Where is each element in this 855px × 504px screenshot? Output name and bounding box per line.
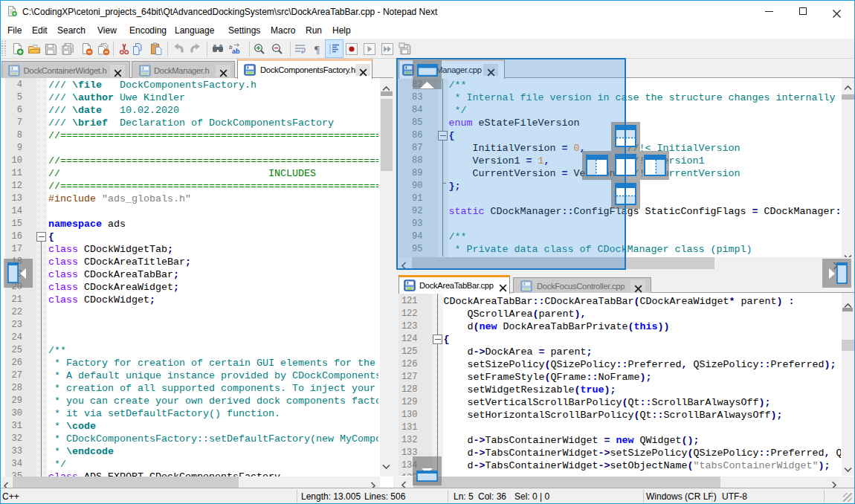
svg-text:¶: ¶ (314, 44, 320, 56)
svg-text:ab: ab (232, 48, 240, 55)
